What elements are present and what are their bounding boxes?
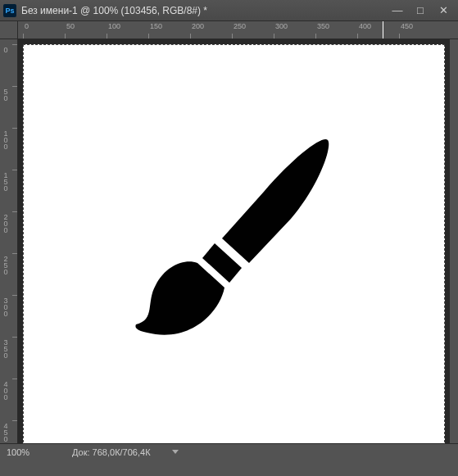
maximize-button[interactable]: □ bbox=[409, 2, 432, 19]
minimize-button[interactable]: — bbox=[386, 2, 409, 19]
horizontal-ruler[interactable]: 050100150200250300350400450 bbox=[18, 21, 458, 39]
canvas[interactable] bbox=[23, 44, 445, 447]
statusbar: 100% Док: 768,0К/706,4К bbox=[0, 443, 458, 460]
statusbar-expand-icon[interactable] bbox=[172, 450, 179, 454]
canvas-viewport bbox=[18, 39, 450, 451]
brush-icon bbox=[111, 111, 357, 356]
ruler-origin[interactable] bbox=[0, 21, 18, 39]
window-controls: — □ ✕ bbox=[386, 2, 455, 19]
close-button[interactable]: ✕ bbox=[432, 2, 455, 19]
ruler-cursor-marker bbox=[383, 21, 383, 39]
zoom-level[interactable]: 100% bbox=[7, 447, 56, 457]
document-title: Без имени-1 @ 100% (103456, RGB/8#) * bbox=[21, 5, 386, 16]
editor-area: 050100150200250300350400450 050100150200… bbox=[0, 21, 458, 460]
vertical-ruler[interactable]: 050100150200250300350400450500 bbox=[0, 39, 18, 460]
document-size-info: Док: 768,0К/706,4К bbox=[72, 447, 151, 457]
app-icon: Ps bbox=[3, 4, 16, 17]
titlebar[interactable]: Ps Без имени-1 @ 100% (103456, RGB/8#) *… bbox=[0, 0, 458, 21]
